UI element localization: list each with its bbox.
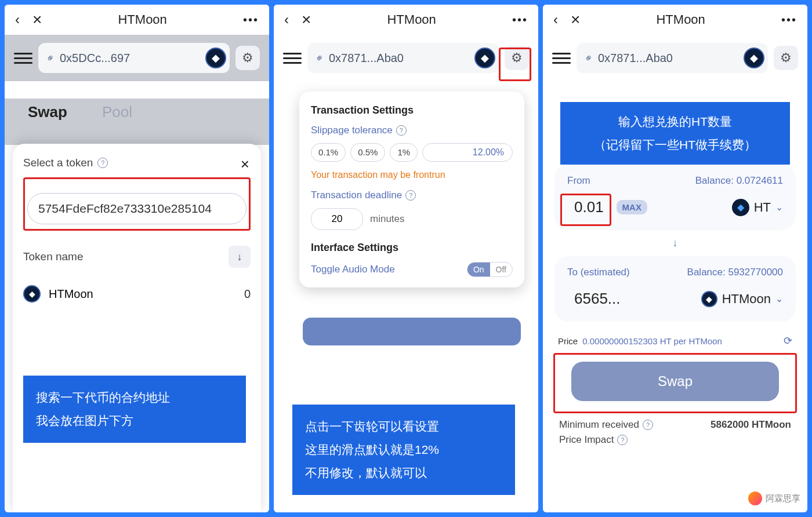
slippage-custom-input[interactable]: 12.00%	[422, 143, 513, 162]
max-button[interactable]: MAX	[617, 200, 647, 214]
frontrun-warning: Your transaction may be frontrun	[311, 170, 513, 180]
highlight-search: 5754FdeFcf82e733310e285104	[23, 177, 251, 231]
help-icon[interactable]: ?	[617, 435, 628, 445]
token-name-header: Token name	[23, 250, 84, 263]
back-icon[interactable]: ‹	[284, 12, 289, 28]
link-icon: ⚭	[312, 50, 327, 65]
chevron-down-icon: ⌄	[775, 202, 783, 213]
highlight-amount	[560, 194, 611, 226]
highlight-swap: Swap	[553, 353, 797, 413]
min-received-label: Minimum received	[559, 419, 639, 431]
audio-toggle[interactable]: On Off	[467, 262, 513, 277]
slippage-label: Slippage tolerance?	[311, 125, 513, 136]
modal-close-icon[interactable]: ×	[241, 155, 249, 173]
to-amount: 6565...	[567, 286, 628, 311]
token-icon: ◆	[23, 285, 41, 303]
annotation: 输入想兑换的HT数量 （记得留下一些HT做手续费）	[560, 102, 790, 165]
address-text: 0x7871...Aba0	[329, 52, 470, 65]
swap-direction-icon[interactable]: ↓	[543, 237, 807, 249]
from-token-select[interactable]: ◆ HT ⌄	[732, 199, 783, 216]
address-pill[interactable]: ⚭ 0x5DCc...697 ◆	[38, 43, 230, 73]
from-label: From	[567, 175, 590, 187]
htmoon-icon: ◆	[701, 291, 717, 307]
watermark: 阿霖思享	[748, 491, 800, 505]
help-icon[interactable]: ?	[405, 190, 416, 201]
more-icon[interactable]: •••	[243, 13, 259, 27]
to-token-select[interactable]: ◆ HTMoon ⌄	[701, 291, 783, 307]
token-list-item[interactable]: ◆ HTMoon 0	[23, 285, 251, 303]
to-balance: Balance: 5932770000	[687, 267, 783, 278]
back-icon[interactable]: ‹	[553, 12, 558, 28]
slippage-option[interactable]: 0.5%	[350, 143, 385, 162]
menu-icon[interactable]	[14, 53, 32, 64]
sort-icon[interactable]: ↓	[229, 246, 251, 268]
weibo-icon	[748, 491, 762, 505]
settings-icon[interactable]: ⚙	[235, 46, 260, 70]
huobi-icon: ◆	[744, 48, 764, 68]
page-title: HTMoon	[42, 12, 243, 27]
select-token-modal: Select a token ? × 5754FdeFcf82e733310e2…	[13, 144, 261, 512]
token-search-input[interactable]: 5754FdeFcf82e733310e285104	[27, 193, 246, 224]
page-title: HTMoon	[580, 12, 781, 27]
link-icon: ⚭	[43, 50, 58, 65]
chevron-down-icon: ⌄	[775, 293, 783, 304]
slippage-option[interactable]: 1%	[390, 143, 418, 162]
menu-icon[interactable]	[283, 53, 302, 64]
price-impact-label: Price Impact	[559, 434, 614, 446]
deadline-label: Transaction deadline?	[311, 190, 513, 201]
settings-icon[interactable]: ⚙	[774, 46, 798, 70]
link-icon: ⚭	[581, 50, 596, 65]
huobi-icon: ◆	[474, 48, 495, 68]
to-label: To (estimated)	[567, 267, 630, 278]
tx-settings-heading: Transaction Settings	[311, 104, 513, 116]
address-text: 0x7871...Aba0	[598, 52, 739, 65]
refresh-icon[interactable]: ⟳	[784, 334, 792, 347]
close-icon[interactable]: ×	[32, 10, 42, 29]
highlight-gear	[499, 48, 531, 81]
ht-icon: ◆	[732, 199, 749, 216]
help-icon[interactable]: ?	[97, 158, 108, 168]
min-received-value: 5862000 HTMoon	[710, 419, 791, 431]
huobi-icon: ◆	[205, 48, 226, 68]
modal-title: Select a token ?	[23, 156, 251, 169]
slippage-option[interactable]: 0.1%	[311, 143, 346, 162]
help-icon[interactable]: ?	[396, 125, 407, 136]
hidden-swap-button	[303, 318, 521, 345]
settings-popover: Transaction Settings Slippage tolerance?…	[299, 92, 524, 287]
to-card: To (estimated) Balance: 5932770000 6565.…	[554, 256, 796, 322]
address-text: 0x5DCc...697	[60, 52, 201, 65]
tab-swap[interactable]: Swap	[28, 99, 67, 126]
token-symbol: HTMoon	[49, 287, 93, 301]
address-pill[interactable]: ⚭ 0x7871...Aba0 ◆	[577, 43, 768, 73]
deadline-input[interactable]: 20	[311, 208, 363, 230]
interface-settings-heading: Interface Settings	[311, 242, 513, 254]
price-label: Price	[558, 336, 578, 346]
address-pill[interactable]: ⚭ 0x7871...Aba0 ◆	[307, 43, 499, 73]
swap-button[interactable]: Swap	[571, 362, 779, 401]
menu-icon[interactable]	[552, 53, 571, 64]
close-icon[interactable]: ×	[571, 10, 580, 29]
help-icon[interactable]: ?	[643, 420, 653, 430]
page-title: HTMoon	[311, 12, 512, 27]
tab-pool[interactable]: Pool	[102, 99, 132, 126]
token-balance: 0	[244, 287, 251, 301]
annotation: 搜索一下代币的合约地址 我会放在图片下方	[23, 376, 246, 443]
deadline-unit: minutes	[370, 213, 405, 225]
more-icon[interactable]: •••	[512, 13, 528, 27]
close-icon[interactable]: ×	[302, 10, 311, 29]
from-balance: Balance: 0.0724611	[695, 175, 783, 187]
more-icon[interactable]: •••	[781, 13, 797, 27]
price-value: 0.00000000152303 HT per HTMoon	[582, 335, 722, 347]
annotation: 点击一下齿轮可以看设置 这里的滑点默认就是12% 不用修改，默认就可以	[292, 405, 515, 495]
back-icon[interactable]: ‹	[15, 12, 20, 28]
audio-mode-label: Toggle Audio Mode	[311, 264, 395, 275]
